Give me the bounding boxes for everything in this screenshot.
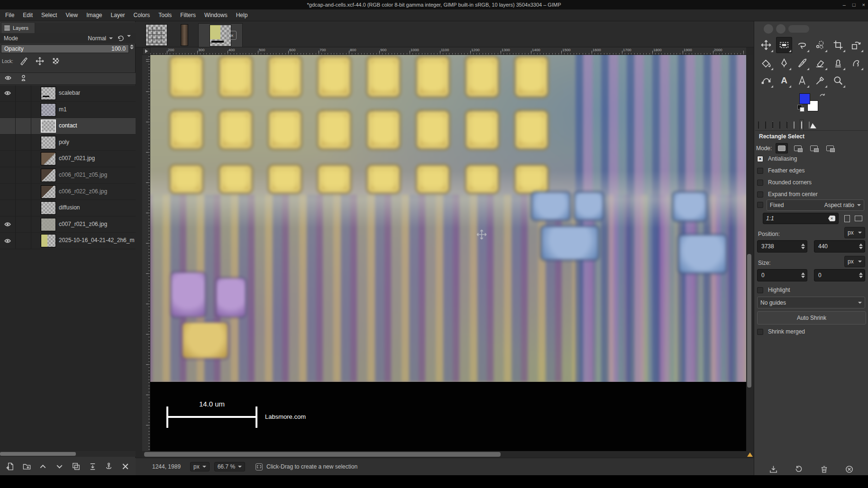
dock-tab-gradients-icon[interactable] [764,120,767,130]
menu-view[interactable]: View [61,10,82,20]
layer-row[interactable]: c007_r021_z06.jpg [0,217,136,233]
eye-icon[interactable] [0,167,16,183]
paths-tool-icon[interactable] [758,72,774,89]
menu-filters[interactable]: Filters [176,10,200,20]
smudge-tool-icon[interactable] [848,55,864,71]
zoom-combo[interactable]: 66.7 % [214,462,245,471]
measure-tool-icon[interactable] [794,72,810,89]
opacity-spinner[interactable] [130,45,134,49]
fixed-checkbox[interactable] [757,202,763,208]
mode-switch-icon[interactable] [117,35,124,42]
size-unit-combo[interactable]: px [844,256,865,267]
text-tool-icon[interactable]: A [776,72,792,89]
dock-tab-buffers-icon[interactable] [793,120,795,130]
raise-layer-button[interactable] [37,461,49,472]
dock-tab-fonts-icon[interactable] [786,120,788,130]
close-button[interactable]: × [862,2,865,8]
mode-combo[interactable]: Normal [66,34,115,43]
navigation-button[interactable] [746,451,754,458]
antialiasing-option[interactable]: Antialiasing [757,155,797,162]
menu-image[interactable]: Image [82,10,106,20]
paintbrush-tool-icon[interactable] [794,55,810,71]
layer-row[interactable]: c006_r021_z05.jpg [0,167,136,184]
dock-tab-brushes-icon[interactable] [757,120,760,130]
layer-row-scalebar[interactable]: scalebar [0,85,136,102]
layer-thumbnail[interactable] [41,119,56,133]
image-tab-1[interactable] [142,23,171,47]
portrait-orientation-icon[interactable] [842,214,852,223]
layer-thumbnail[interactable] [41,201,56,215]
eye-icon[interactable] [0,200,16,216]
clear-input-icon[interactable]: × [828,216,835,221]
reset-tool-icon[interactable] [845,465,854,474]
layer-thumbnail[interactable] [41,136,56,149]
eye-icon[interactable] [0,135,16,151]
rectangle-select-tool-icon[interactable] [776,37,792,53]
size-width-input[interactable]: 0 [757,269,807,281]
mode-intersect-icon[interactable] [824,143,836,154]
menu-colors[interactable]: Colors [129,10,155,20]
landscape-orientation-icon[interactable] [854,214,863,223]
swap-colors-icon[interactable] [819,92,826,98]
eye-icon[interactable] [0,233,16,249]
move-tool-icon[interactable] [758,37,774,53]
layer-thumbnail[interactable] [41,218,56,231]
lock-position-icon[interactable] [34,56,46,66]
ruler-corner-button[interactable] [142,47,150,55]
position-unit-combo[interactable]: px [844,227,865,238]
menu-tools[interactable]: Tools [154,10,176,20]
mode-add-icon[interactable] [792,143,804,154]
mode-replace-icon[interactable] [776,143,788,154]
mode-menu-icon[interactable] [127,37,131,44]
eye-icon[interactable] [0,102,16,118]
menu-layer[interactable]: Layer [107,10,129,20]
new-layer-button[interactable] [4,461,16,472]
shrink-merged-option[interactable]: Shrink merged [757,328,805,335]
image-viewport[interactable]: 14.0 um Labsmore.com [150,55,746,451]
free-select-tool-icon[interactable] [794,37,810,53]
dock-tab-patterns-icon[interactable] [771,120,774,130]
zoom-tool-icon[interactable] [830,72,846,89]
layers-panel-scrollbar[interactable] [0,451,136,457]
menu-file[interactable]: File [1,10,18,20]
maximize-button[interactable]: □ [852,2,856,8]
eye-icon[interactable] [0,118,16,134]
vertical-ruler[interactable] [142,55,150,451]
layer-row-contact[interactable]: contact [0,118,136,135]
visibility-column-eye-icon[interactable] [4,74,12,81]
horizontal-scrollbar[interactable] [142,451,746,458]
unit-combo[interactable]: px [190,462,210,471]
layers-tab[interactable]: Layers [1,22,35,33]
expand-from-center-option[interactable]: Expand from center [757,191,818,198]
layer-row-poly[interactable]: poly [0,135,136,151]
image-tab-2[interactable] [173,23,196,47]
transform-tool-icon[interactable] [848,37,864,53]
micrograph-black-band[interactable]: 14.0 um Labsmore.com [150,382,746,451]
chip-micrograph-image[interactable] [150,55,746,382]
rounded-corners-option[interactable]: Rounded corners [757,179,812,186]
eye-icon[interactable] [0,85,16,101]
lock-pixels-icon[interactable] [18,56,29,66]
layer-row-m1[interactable]: m1 [0,102,136,118]
size-height-input[interactable]: 0 [814,269,865,281]
layer-row[interactable]: c006_r022_z06.jpg [0,184,136,200]
position-y-input[interactable]: 440 [814,240,865,253]
new-layer-group-button[interactable] [20,461,33,472]
dock-tab-tool-options-icon[interactable] [800,119,804,130]
layer-thumbnail[interactable] [41,103,56,117]
layer-thumbnail[interactable] [41,152,56,165]
link-column-icon[interactable] [20,74,27,81]
layer-thumbnail[interactable] [41,87,56,100]
merge-down-button[interactable] [86,461,99,472]
layer-row-diffusion[interactable]: diffusion [0,200,136,217]
mode-subtract-icon[interactable] [808,143,820,154]
color-picker-tool-icon[interactable] [812,72,828,89]
layer-row[interactable]: 2025-10-16_04-21-42_2h6_mic [0,233,136,249]
dock-tab-palettes-icon[interactable] [778,120,781,130]
layer-thumbnail[interactable] [41,185,56,199]
horizontal-ruler[interactable]: 200 300 400 500 600 700 800 900 1000 110… [150,47,746,55]
highlight-option[interactable]: Highlight [757,287,790,293]
menu-select[interactable]: Select [37,10,61,20]
auto-shrink-button[interactable]: Auto Shrink [757,311,866,325]
default-colors-icon[interactable] [797,105,804,111]
